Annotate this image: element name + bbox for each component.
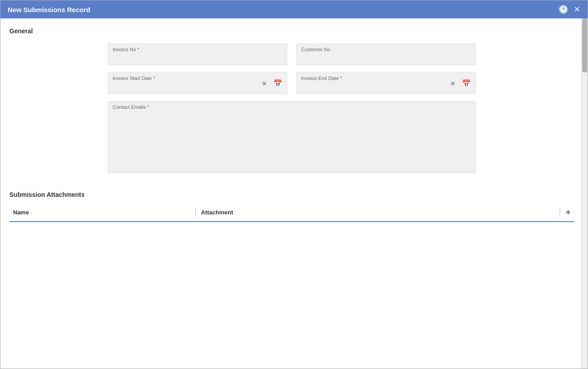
attachments-header: Name Attachment + (9, 205, 574, 222)
end-date-calendar-button[interactable]: 📅 (459, 77, 474, 89)
end-date-clear-button[interactable]: ✕ (448, 77, 458, 89)
start-date-clear-button[interactable]: ✕ (259, 77, 270, 89)
end-date-actions: ✕ 📅 (448, 77, 474, 89)
invoice-no-input[interactable]: Invoice No * (108, 44, 287, 65)
invoice-end-date-label: Invoice End Date * (301, 76, 342, 81)
invoice-start-date-input[interactable]: Invoice Start Date * ✕ 📅 (108, 72, 287, 94)
contact-emails-input[interactable]: Contact Emails * (108, 101, 476, 173)
contact-emails-label: Contact Emails * (113, 104, 149, 110)
dialog-title: New Submissions Record (8, 6, 90, 13)
col-divider (195, 208, 196, 217)
general-section-title: General (9, 27, 574, 35)
general-form: Invoice No * Customer No Invoice Start D… (9, 44, 574, 173)
invoice-start-date-label: Invoice Start Date * (113, 76, 155, 81)
clear-icon: ✕ (450, 80, 456, 87)
invoice-no-label: Invoice No * (113, 47, 139, 52)
invoice-start-date-field: Invoice Start Date * ✕ 📅 (108, 72, 287, 94)
customer-no-input[interactable]: Customer No (296, 44, 476, 65)
customer-no-field: Customer No (296, 44, 476, 65)
scrollbar-thumb (582, 18, 587, 72)
col-name-header: Name (9, 205, 193, 219)
col-attachment-header: Attachment (197, 205, 558, 219)
add-attachment-button[interactable]: + (566, 208, 570, 217)
invoice-end-date-input[interactable]: Invoice End Date * ✕ 📅 (296, 72, 476, 94)
invoice-no-field: Invoice No * (108, 44, 287, 65)
invoice-end-date-field: Invoice End Date * ✕ 📅 (296, 72, 476, 94)
start-date-actions: ✕ 📅 (259, 77, 285, 89)
history-icon[interactable]: 🕐 (558, 4, 568, 14)
close-icon[interactable]: ✕ (574, 4, 580, 14)
col-divider-right (560, 208, 560, 217)
dialog-body: General Invoice No * Customer No (0, 18, 588, 369)
header-actions: 🕐 ✕ (558, 4, 580, 14)
calendar-icon: 📅 (462, 79, 471, 88)
clear-icon: ✕ (262, 80, 267, 87)
contact-emails-row: Contact Emails * (108, 101, 476, 173)
attachments-section: Submission Attachments Name Attachment + (9, 191, 574, 222)
calendar-icon: 📅 (273, 79, 282, 88)
add-col: + (562, 208, 574, 217)
attachments-title: Submission Attachments (9, 191, 574, 198)
scrollbar[interactable] (581, 18, 588, 369)
dialog-header: New Submissions Record 🕐 ✕ (0, 0, 588, 18)
form-row-2: Invoice Start Date * ✕ 📅 (108, 72, 476, 94)
form-row-1: Invoice No * Customer No (108, 44, 476, 65)
dialog: New Submissions Record 🕐 ✕ General Invoi… (0, 0, 588, 369)
customer-no-label: Customer No (301, 47, 330, 52)
start-date-calendar-button[interactable]: 📅 (271, 77, 285, 89)
